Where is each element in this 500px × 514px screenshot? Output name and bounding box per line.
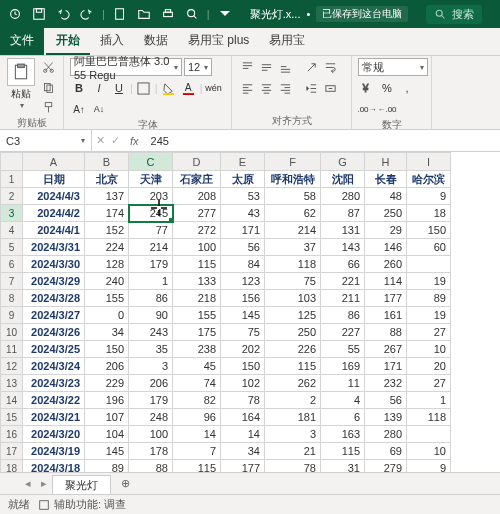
data-cell[interactable]: 75 bbox=[221, 324, 265, 341]
col-header[interactable]: B bbox=[85, 153, 129, 171]
date-cell[interactable]: 2024/3/19 bbox=[23, 443, 85, 460]
autosave-icon[interactable] bbox=[4, 3, 26, 25]
data-cell[interactable]: 123 bbox=[221, 273, 265, 290]
orientation-icon[interactable] bbox=[302, 58, 320, 76]
date-cell[interactable]: 2024/3/27 bbox=[23, 307, 85, 324]
data-cell[interactable]: 161 bbox=[365, 307, 407, 324]
number-format-combo[interactable]: 常规▾ bbox=[358, 58, 428, 76]
italic-icon[interactable]: I bbox=[90, 79, 108, 97]
data-cell[interactable]: 208 bbox=[173, 188, 221, 205]
fx-icon[interactable]: fx bbox=[124, 135, 145, 147]
date-cell[interactable]: 2024/3/24 bbox=[23, 358, 85, 375]
formula-bar[interactable]: 245 bbox=[145, 135, 175, 147]
data-cell[interactable]: 4 bbox=[321, 392, 365, 409]
data-cell[interactable]: 86 bbox=[321, 307, 365, 324]
data-cell[interactable]: 115 bbox=[173, 460, 221, 473]
data-cell[interactable]: 196 bbox=[85, 392, 129, 409]
data-cell[interactable]: 11 bbox=[321, 375, 365, 392]
data-cell[interactable]: 104 bbox=[85, 426, 129, 443]
align-bottom-icon[interactable] bbox=[276, 58, 294, 76]
data-cell[interactable]: 202 bbox=[221, 341, 265, 358]
data-cell[interactable]: 7 bbox=[173, 443, 221, 460]
name-box[interactable]: C3▾ bbox=[0, 130, 92, 151]
date-cell[interactable]: 2024/3/30 bbox=[23, 256, 85, 273]
date-cell[interactable]: 2024/4/3 bbox=[23, 188, 85, 205]
tab-plus[interactable]: 易用宝 plus bbox=[178, 27, 259, 55]
redo-icon[interactable] bbox=[76, 3, 98, 25]
data-cell[interactable]: 262 bbox=[265, 375, 321, 392]
data-cell[interactable]: 115 bbox=[321, 443, 365, 460]
data-cell[interactable]: 107 bbox=[85, 409, 129, 426]
data-cell[interactable]: 14 bbox=[173, 426, 221, 443]
data-cell[interactable]: 3 bbox=[129, 358, 173, 375]
paste-button[interactable]: 粘贴 ▾ bbox=[6, 58, 35, 110]
col-header[interactable]: E bbox=[221, 153, 265, 171]
tab-eyb[interactable]: 易用宝 bbox=[259, 27, 315, 55]
data-cell[interactable]: 34 bbox=[85, 324, 129, 341]
data-cell[interactable]: 250 bbox=[265, 324, 321, 341]
row-header[interactable]: 2 bbox=[1, 188, 23, 205]
data-cell[interactable]: 48 bbox=[365, 188, 407, 205]
data-cell[interactable]: 232 bbox=[365, 375, 407, 392]
data-cell[interactable]: 96 bbox=[173, 409, 221, 426]
data-cell[interactable]: 1 bbox=[407, 392, 451, 409]
data-cell[interactable]: 78 bbox=[221, 392, 265, 409]
data-cell[interactable]: 224 bbox=[85, 239, 129, 256]
column-title[interactable]: 北京 bbox=[85, 171, 129, 188]
data-cell[interactable] bbox=[407, 426, 451, 443]
date-cell[interactable]: 2024/3/23 bbox=[23, 375, 85, 392]
data-cell[interactable]: 3 bbox=[265, 426, 321, 443]
data-cell[interactable]: 267 bbox=[365, 341, 407, 358]
row-header[interactable]: 7 bbox=[1, 273, 23, 290]
data-cell[interactable]: 45 bbox=[173, 358, 221, 375]
add-sheet-icon[interactable]: ⊕ bbox=[115, 476, 135, 491]
align-left-icon[interactable] bbox=[238, 79, 256, 97]
tab-file[interactable]: 文件 bbox=[0, 27, 44, 55]
row-header[interactable]: 4 bbox=[1, 222, 23, 239]
data-cell[interactable]: 280 bbox=[321, 188, 365, 205]
font-name-combo[interactable]: 阿里巴巴普惠体 3.0 55 Regu▾ bbox=[70, 58, 182, 76]
data-cell[interactable]: 206 bbox=[85, 358, 129, 375]
data-cell[interactable]: 150 bbox=[407, 222, 451, 239]
data-cell[interactable]: 260 bbox=[365, 256, 407, 273]
shrink-font-icon[interactable]: A↓ bbox=[90, 100, 108, 118]
tab-data[interactable]: 数据 bbox=[134, 27, 178, 55]
data-cell[interactable]: 177 bbox=[365, 290, 407, 307]
data-cell[interactable]: 21 bbox=[265, 443, 321, 460]
data-cell[interactable]: 238 bbox=[173, 341, 221, 358]
column-title[interactable]: 长春 bbox=[365, 171, 407, 188]
row-header[interactable]: 15 bbox=[1, 409, 23, 426]
column-title[interactable]: 石家庄 bbox=[173, 171, 221, 188]
data-cell[interactable]: 56 bbox=[365, 392, 407, 409]
data-cell[interactable]: 175 bbox=[173, 324, 221, 341]
data-cell[interactable]: 82 bbox=[173, 392, 221, 409]
data-cell[interactable]: 169 bbox=[321, 358, 365, 375]
data-cell[interactable]: 227 bbox=[321, 324, 365, 341]
new-icon[interactable] bbox=[109, 3, 131, 25]
column-title[interactable]: 沈阳 bbox=[321, 171, 365, 188]
data-cell[interactable]: 27 bbox=[407, 324, 451, 341]
data-cell[interactable]: 115 bbox=[173, 256, 221, 273]
data-cell[interactable]: 43 bbox=[221, 205, 265, 222]
data-cell[interactable]: 145 bbox=[85, 443, 129, 460]
col-header[interactable]: H bbox=[365, 153, 407, 171]
data-cell[interactable]: 18 bbox=[407, 205, 451, 222]
row-header[interactable]: 13 bbox=[1, 375, 23, 392]
data-cell[interactable]: 179 bbox=[129, 392, 173, 409]
row-header[interactable]: 12 bbox=[1, 358, 23, 375]
data-cell[interactable]: 27 bbox=[407, 375, 451, 392]
data-cell[interactable]: 178 bbox=[129, 443, 173, 460]
data-cell[interactable]: 10 bbox=[407, 341, 451, 358]
date-cell[interactable]: 2024/3/21 bbox=[23, 409, 85, 426]
data-cell[interactable]: 31 bbox=[321, 460, 365, 473]
data-cell[interactable]: 171 bbox=[221, 222, 265, 239]
decrease-decimal-icon[interactable]: ←.00 bbox=[378, 100, 396, 118]
data-cell[interactable]: 102 bbox=[221, 375, 265, 392]
data-cell[interactable]: 181 bbox=[265, 409, 321, 426]
phonetic-icon[interactable]: wén bbox=[205, 79, 223, 97]
data-cell[interactable]: 9 bbox=[407, 460, 451, 473]
data-cell[interactable]: 218 bbox=[173, 290, 221, 307]
column-title[interactable]: 天津 bbox=[129, 171, 173, 188]
align-middle-icon[interactable] bbox=[257, 58, 275, 76]
increase-decimal-icon[interactable]: .00→ bbox=[358, 100, 376, 118]
